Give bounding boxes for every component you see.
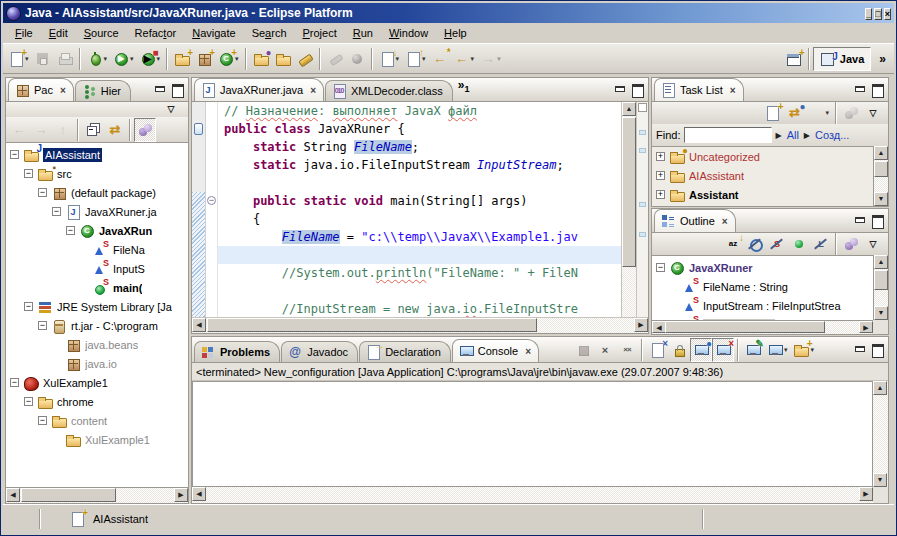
editor-vertical-ruler[interactable] [192, 102, 206, 333]
menu-help[interactable]: Help [436, 25, 475, 41]
toolbar-overflow-chevron[interactable]: » [871, 52, 894, 66]
expand-expander[interactable]: + [656, 171, 665, 180]
collapse-expander[interactable]: − [10, 150, 19, 159]
console-tab-declaration[interactable]: →Declaration [359, 341, 451, 362]
menu-navigate[interactable]: Navigate [184, 25, 243, 41]
focus-on-active-task-button[interactable] [134, 118, 156, 142]
console-tab-console[interactable]: Console× [452, 339, 539, 362]
menu-refactor[interactable]: Refactor [127, 25, 185, 41]
menu-file[interactable]: File [7, 25, 41, 41]
expand-expander[interactable]: + [656, 152, 665, 161]
hide-non-public-button[interactable] [788, 232, 810, 256]
menu-window[interactable]: Window [381, 25, 436, 41]
task-list-vscrollbar[interactable]: ▲ ▼ [873, 146, 888, 206]
console-vscrollbar[interactable]: ▲ ▼ [873, 381, 888, 487]
scroll-left-button[interactable]: ◀ [6, 488, 20, 502]
explorer-item-java-beans[interactable]: java.beans [6, 335, 188, 354]
view-menu-button[interactable]: ▽ [160, 102, 182, 116]
display-selected-console-button[interactable]: ▾ [764, 338, 791, 362]
create-task-link[interactable]: Созд... [815, 129, 849, 141]
close-icon[interactable]: × [310, 85, 316, 96]
outline-vscrollbar[interactable]: ▲ ▼ [873, 255, 888, 320]
title-bar[interactable]: Java - AIAssistant/src/JavaXRuner.java -… [3, 3, 894, 23]
console-tab-problems[interactable]: Problems [194, 341, 280, 362]
new-java-package-button[interactable]: + [193, 47, 215, 71]
scroll-lock-button[interactable] [668, 338, 690, 362]
explorer-item-javaxruner-ja[interactable]: −JJavaXRuner.ja [6, 202, 188, 221]
close-button[interactable]: × [884, 8, 891, 20]
scrollbar-thumb[interactable] [874, 161, 888, 177]
explorer-item-default-package[interactable]: −(default package) [6, 183, 188, 202]
console-hscrollbar[interactable]: ◀ ▶ [192, 487, 873, 503]
explorer-item-javaxrun[interactable]: −CJavaXRun [6, 221, 188, 240]
code-line-5[interactable] [218, 174, 621, 192]
dropdown-arrow-icon[interactable]: ▾ [104, 55, 108, 63]
close-icon[interactable]: × [525, 346, 531, 357]
collapse-expander[interactable]: − [10, 378, 19, 387]
focus-on-active-task-button[interactable] [840, 232, 862, 256]
explorer-item-inputs[interactable]: SInputS [6, 259, 188, 278]
maximize-view-button[interactable] [630, 83, 645, 96]
remove-all-terminated-button[interactable]: ×× [616, 338, 638, 362]
editor-tab-javaxruner[interactable]: JJavaXRuner.java× [194, 78, 324, 101]
hidden-editors-chevron[interactable]: »1 [454, 78, 474, 94]
dropdown-arrow-icon[interactable]: ▾ [130, 55, 134, 63]
tasklist-item-assistant[interactable]: +Assistant [652, 185, 873, 204]
menu-edit[interactable]: Edit [41, 25, 76, 41]
open-resource-button[interactable] [272, 47, 294, 71]
code-line-10[interactable]: //System.out.println("FileName: " + File… [218, 264, 621, 282]
new-java-project-button[interactable]: + [171, 47, 193, 71]
search-button[interactable] [294, 47, 316, 71]
scroll-up-button[interactable]: ▲ [874, 146, 888, 160]
code-line-6[interactable]: public static void main(String[] args) [218, 192, 621, 210]
hide-local-types-button[interactable]: L [810, 232, 832, 256]
tasklist-item-aiassistant[interactable]: +AIAssistant [652, 166, 873, 185]
view-menu-button[interactable]: ▽ [862, 101, 884, 125]
hide-fields-button[interactable] [744, 232, 766, 256]
hide-static-members-button[interactable]: S [766, 232, 788, 256]
code-editor[interactable]: // Назначение: выполняет JavaX файлpubli… [218, 102, 621, 333]
find-input[interactable] [684, 127, 772, 143]
explorer-tab-package-explorer[interactable]: Pac× [8, 78, 74, 101]
occurrence-mark[interactable] [639, 130, 646, 135]
dropdown-arrow-icon[interactable]: ▾ [825, 109, 829, 117]
view-menu-button[interactable]: ▽ [862, 232, 884, 256]
scroll-left-button[interactable]: ◀ [652, 321, 666, 333]
close-icon[interactable]: × [730, 85, 736, 96]
scroll-down-button[interactable]: ▼ [874, 306, 888, 320]
menu-search[interactable]: Search [244, 25, 295, 41]
code-line-11[interactable] [218, 282, 621, 300]
previous-annotation-button[interactable]: ↑▾ [402, 47, 429, 71]
code-line-4[interactable]: static java.io.FileInputStream InputStre… [218, 156, 621, 174]
menu-source[interactable]: Source [76, 25, 127, 41]
pin-console-button[interactable]: ✎ [742, 338, 764, 362]
dropdown-arrow-icon[interactable]: ▾ [471, 55, 475, 63]
maximize-view-button[interactable] [870, 83, 885, 96]
close-icon[interactable]: × [60, 85, 66, 96]
fold-collapse-icon[interactable]: − [207, 196, 216, 205]
clear-console-button[interactable]: × [646, 338, 668, 362]
minimize-view-button[interactable] [852, 343, 867, 356]
console-output[interactable] [192, 381, 873, 487]
explorer-item-main[interactable]: Smain( [6, 278, 188, 297]
explorer-item-aiassistant[interactable]: −JAIAssistant [6, 145, 188, 164]
find-arrow-icon[interactable]: ▶ [775, 131, 781, 140]
explorer-item-xulexample1[interactable]: XulExample1 [6, 430, 188, 449]
scroll-up-button[interactable]: ▲ [622, 102, 636, 116]
scroll-left-button[interactable]: ◀ [192, 487, 206, 501]
collapse-all-button[interactable] [82, 118, 104, 142]
scroll-up-button[interactable]: ▲ [873, 381, 887, 395]
scrollbar-thumb[interactable] [207, 318, 537, 332]
maximize-view-button[interactable] [870, 214, 885, 227]
occurrence-mark[interactable] [639, 202, 646, 207]
console-tab-javadoc[interactable]: @Javadoc [281, 341, 358, 362]
outline-item-inputstream-fileinputstrea[interactable]: SInputStream : FileInputStrea [652, 296, 873, 315]
close-icon[interactable]: × [722, 216, 728, 227]
editor-vscrollbar[interactable]: ▲ ▼ [621, 102, 636, 333]
scrollbar-thumb[interactable] [665, 321, 825, 333]
explorer-item-filena[interactable]: SFileNa [6, 240, 188, 259]
scroll-right-button[interactable]: ▶ [174, 488, 188, 502]
sort-button[interactable]: az↓ [722, 232, 744, 256]
maximize-view-button[interactable] [870, 343, 885, 356]
debug-button[interactable]: ▾ [84, 47, 111, 71]
